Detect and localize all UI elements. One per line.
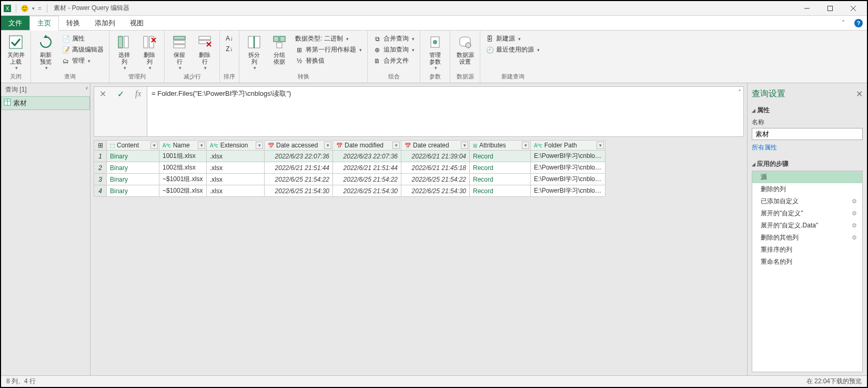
type-icon[interactable]: 📅 bbox=[268, 143, 274, 148]
query-item[interactable]: 素材 bbox=[1, 96, 90, 110]
manage-button[interactable]: 🗂管理▾ bbox=[59, 56, 106, 66]
cell[interactable]: 1002组.xlsx bbox=[159, 162, 207, 174]
filter-icon[interactable]: ▾ bbox=[461, 142, 468, 149]
applied-step[interactable]: 删除的列 bbox=[752, 183, 862, 195]
tab-home[interactable]: 主页 bbox=[29, 16, 59, 31]
column-header[interactable]: AᴮcExtension▾ bbox=[207, 141, 265, 151]
refresh-preview-button[interactable]: 刷新 预览▾ bbox=[34, 32, 57, 71]
gear-icon[interactable]: ⚙ bbox=[852, 198, 857, 205]
queries-collapse-icon[interactable]: ‹ bbox=[83, 84, 90, 92]
fx-icon[interactable]: fx bbox=[135, 89, 142, 98]
row-header[interactable]: 2 bbox=[94, 162, 107, 174]
cell[interactable]: 2022/6/21 21:51:44 bbox=[333, 162, 401, 174]
cell[interactable]: .xlsx bbox=[207, 151, 265, 162]
column-header[interactable]: 📅Date modified▾ bbox=[333, 141, 401, 151]
group-by-button[interactable]: 分组 依据 bbox=[268, 32, 291, 65]
combine-files-button[interactable]: 🗎合并文件 bbox=[371, 56, 417, 66]
properties-button[interactable]: 📄属性 bbox=[59, 34, 106, 44]
column-header[interactable]: AᴮcName▾ bbox=[159, 141, 207, 151]
choose-columns-button[interactable]: 选择 列▾ bbox=[113, 32, 136, 71]
cell[interactable]: E:\PowerBI学习\cnblogs\读... bbox=[531, 185, 605, 197]
type-icon[interactable]: ⬚ bbox=[110, 143, 115, 148]
remove-rows-button[interactable]: 删除 行▾ bbox=[193, 32, 216, 71]
help-icon[interactable]: ? bbox=[854, 19, 863, 27]
data-type-button[interactable]: 数据类型: 二进制▾ bbox=[293, 34, 364, 44]
cell[interactable]: 2022/6/23 22:07:36 bbox=[265, 151, 333, 162]
maximize-button[interactable] bbox=[819, 2, 842, 15]
table-row[interactable]: 4Binary~$1002组.xlsx.xlsx2022/6/25 21:54:… bbox=[94, 185, 605, 197]
filter-icon[interactable]: ▾ bbox=[597, 142, 604, 149]
cell[interactable]: Binary bbox=[107, 162, 159, 174]
close-button[interactable] bbox=[842, 2, 865, 15]
column-header[interactable]: 📅Date created▾ bbox=[401, 141, 470, 151]
advanced-editor-button[interactable]: 📝高级编辑器 bbox=[59, 45, 106, 55]
cell[interactable]: .xlsx bbox=[207, 162, 265, 174]
new-source-button[interactable]: 🗄新建源▾ bbox=[483, 34, 542, 44]
cell[interactable]: 2022/6/25 21:54:30 bbox=[333, 185, 401, 197]
merge-queries-button[interactable]: ⧉合并查询▾ bbox=[371, 34, 417, 44]
applied-step[interactable]: 已添加自定义⚙ bbox=[752, 195, 862, 207]
formula-input[interactable]: = Folder.Files("E:\PowerBI学习\cnblogs\读取"… bbox=[147, 86, 744, 137]
cell[interactable]: ~$1002组.xlsx bbox=[159, 185, 207, 197]
ribbon-collapse-icon[interactable]: ˄ bbox=[836, 16, 850, 30]
row-header[interactable]: 4 bbox=[94, 185, 107, 197]
gear-icon[interactable]: ⚙ bbox=[852, 222, 857, 229]
applied-step[interactable]: 重命名的列 bbox=[752, 256, 862, 268]
type-icon[interactable]: Aᴮc bbox=[534, 143, 542, 148]
cell[interactable]: 2022/6/25 21:54:30 bbox=[265, 185, 333, 197]
tab-add-column[interactable]: 添加列 bbox=[87, 16, 123, 30]
cell[interactable]: 2022/6/21 21:39:04 bbox=[401, 151, 470, 162]
close-load-button[interactable]: 关闭并 上载▾ bbox=[4, 32, 27, 71]
type-icon[interactable]: 📅 bbox=[336, 143, 342, 148]
formula-expand-icon[interactable]: ˄ bbox=[738, 89, 741, 96]
replace-values-button[interactable]: ½替换值 bbox=[293, 56, 364, 66]
cell[interactable]: Record bbox=[470, 185, 531, 197]
remove-columns-button[interactable]: 删除 列▾ bbox=[138, 32, 161, 71]
cell[interactable]: ~$1001组.xlsx bbox=[159, 174, 207, 185]
formula-commit-icon[interactable]: ✓ bbox=[117, 89, 124, 99]
applied-step[interactable]: 展开的"自定义"⚙ bbox=[752, 207, 862, 220]
settings-close-icon[interactable]: ✕ bbox=[856, 89, 863, 99]
column-header[interactable]: ⬚Content▾ bbox=[107, 141, 159, 151]
cell[interactable]: 2022/6/25 21:54:30 bbox=[401, 185, 470, 197]
cell[interactable]: Record bbox=[470, 174, 531, 185]
sort-desc-button[interactable]: Z↓ bbox=[223, 44, 236, 54]
keep-rows-button[interactable]: 保留 行▾ bbox=[168, 32, 191, 71]
split-column-button[interactable]: 拆分 列▾ bbox=[243, 32, 266, 71]
tab-transform[interactable]: 转换 bbox=[59, 16, 87, 30]
formula-cancel-icon[interactable]: ✕ bbox=[99, 89, 106, 99]
cell[interactable]: Record bbox=[470, 151, 531, 162]
cell[interactable]: Binary bbox=[107, 151, 159, 162]
properties-section-header[interactable]: 属性 bbox=[752, 104, 863, 117]
cell[interactable]: E:\PowerBI学习\cnblogs\读... bbox=[531, 174, 605, 185]
data-source-settings-button[interactable]: 数据源 设置 bbox=[453, 32, 477, 65]
row-header[interactable]: 1 bbox=[94, 151, 107, 162]
filter-icon[interactable]: ▾ bbox=[392, 142, 400, 149]
column-header[interactable]: 📅Date accessed▾ bbox=[265, 141, 333, 151]
tab-file[interactable]: 文件 bbox=[1, 16, 29, 30]
type-icon[interactable]: Aᴮc bbox=[210, 143, 218, 148]
cell[interactable]: 2022/6/21 21:45:18 bbox=[401, 162, 470, 174]
gear-icon[interactable]: ⚙ bbox=[852, 210, 857, 217]
tab-view[interactable]: 视图 bbox=[123, 16, 151, 30]
cell[interactable]: Binary bbox=[107, 185, 159, 197]
manage-parameters-button[interactable]: 管理 参数▾ bbox=[423, 32, 447, 71]
query-name-input[interactable] bbox=[752, 128, 863, 140]
cell[interactable]: 2022/6/25 21:54:22 bbox=[333, 174, 401, 185]
filter-icon[interactable]: ▾ bbox=[522, 142, 529, 149]
smiley-icon[interactable] bbox=[21, 4, 29, 13]
type-icon[interactable]: 📅 bbox=[405, 143, 411, 148]
cell[interactable]: 2022/6/25 21:54:22 bbox=[265, 174, 333, 185]
sort-asc-button[interactable]: A↓ bbox=[223, 34, 236, 43]
cell[interactable]: Binary bbox=[107, 174, 159, 185]
use-first-row-button[interactable]: ⊞将第一行用作标题▾ bbox=[293, 45, 364, 55]
cell[interactable]: E:\PowerBI学习\cnblogs\读... bbox=[531, 151, 605, 162]
filter-icon[interactable]: ▾ bbox=[256, 142, 263, 149]
table-row[interactable]: 3Binary~$1001组.xlsx.xlsx2022/6/25 21:54:… bbox=[94, 174, 605, 185]
filter-icon[interactable]: ▾ bbox=[198, 142, 205, 149]
column-header[interactable]: AᴮcFolder Path▾ bbox=[531, 141, 605, 151]
cell[interactable]: 2022/6/23 22:07:36 bbox=[333, 151, 401, 162]
table-row[interactable]: 2Binary1002组.xlsx.xlsx2022/6/21 21:51:44… bbox=[94, 162, 605, 174]
cell[interactable]: Record bbox=[470, 162, 531, 174]
cell[interactable]: .xlsx bbox=[207, 174, 265, 185]
